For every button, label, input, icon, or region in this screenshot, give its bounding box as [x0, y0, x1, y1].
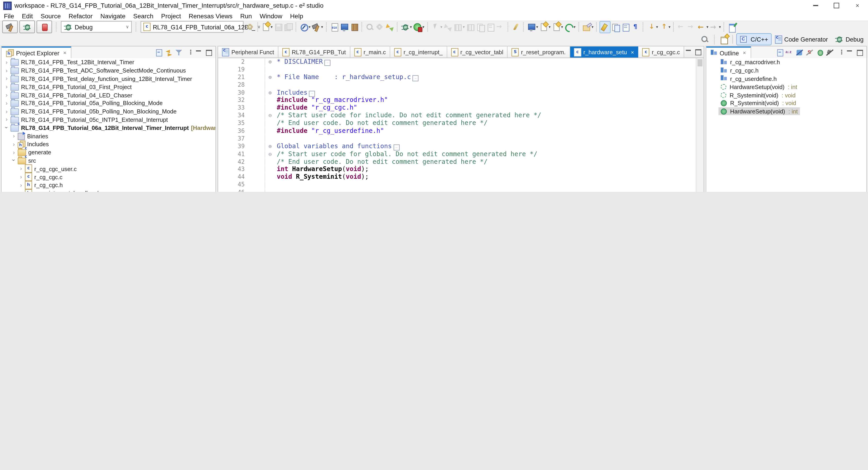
previous-annotation-button[interactable] — [677, 21, 686, 32]
save-all-button[interactable] — [283, 21, 293, 32]
debug-config-combo[interactable]: Debug∨ — [61, 21, 131, 33]
line-number[interactable]: 35 — [221, 120, 248, 127]
tab-outline[interactable]: Outline× — [706, 46, 751, 58]
expander-icon[interactable]: › — [3, 84, 10, 90]
step-over-button[interactable]: ▾ — [453, 21, 465, 32]
filter-icon[interactable] — [174, 48, 184, 57]
code-editor[interactable]: 2⊕* DISCLAIMER..1921⊕* File Name : r_har… — [218, 58, 704, 192]
code-line-41[interactable]: 41⊖/* Start user code for global. Do not… — [218, 150, 704, 158]
generate-binary-button[interactable] — [329, 21, 339, 32]
expander-icon[interactable]: › — [11, 141, 17, 147]
code-line-21[interactable]: 21⊕* File Name : r_hardware_setup.c.. — [218, 73, 704, 81]
code-line-42[interactable]: 42/* End user code. Do not edit comment … — [218, 158, 704, 166]
sort-icon[interactable] — [785, 48, 795, 57]
folded-region-icon[interactable]: .. — [393, 145, 399, 151]
perspective-code-generator[interactable]: Code Generator — [772, 33, 831, 45]
link-editor-docs-button[interactable] — [611, 21, 621, 32]
tree-item-r-cg-cgc-h[interactable]: ›hr_cg_cgc.h — [2, 181, 215, 189]
expander-icon[interactable]: › — [3, 67, 10, 73]
line-number[interactable]: 33 — [221, 104, 248, 112]
new-header-button[interactable]: ▾ — [539, 21, 551, 32]
line-number[interactable]: 37 — [221, 135, 248, 143]
code-line-34[interactable]: 34⊖/* Start user code for include. Do no… — [218, 112, 704, 120]
close-icon[interactable]: × — [63, 50, 66, 56]
tree-item-rl78-g14-fpb-test-12bit-interval-timer[interactable]: ›RL78_G14_FPB_Test_12Bit_Interval_Timer — [2, 58, 215, 66]
line-number[interactable]: 42 — [221, 158, 248, 166]
toggle-highlight-button[interactable] — [600, 21, 611, 33]
fold-expand-icon[interactable]: ⊕ — [265, 73, 275, 81]
editor-vscrollbar[interactable]: ∨ — [696, 58, 704, 192]
close-icon[interactable]: × — [743, 50, 746, 56]
skip-breakpoints-button[interactable]: ▾ — [299, 21, 311, 32]
menu-refactor[interactable]: Refactor — [65, 12, 96, 19]
external-tools-button[interactable] — [375, 21, 384, 32]
fold-expand-icon[interactable]: ⊕ — [265, 58, 275, 66]
editor-tab-r-main-c[interactable]: cr_main.c — [350, 46, 390, 58]
show-whitespace-button[interactable] — [631, 21, 641, 32]
code-line-43[interactable]: 43int HardwareSetup(void); — [218, 166, 704, 173]
minimize-view-icon[interactable] — [845, 48, 855, 57]
line-number[interactable]: 46 — [221, 189, 248, 192]
menu-project[interactable]: Project — [157, 12, 185, 19]
tree-item-generate[interactable]: ›generate — [2, 148, 215, 156]
step-filter-button[interactable] — [443, 21, 453, 32]
line-number[interactable]: 44 — [221, 173, 248, 181]
word-wrap-button[interactable] — [510, 21, 521, 32]
open-resource-button[interactable]: ▾ — [582, 21, 594, 32]
code-line-36[interactable]: 36#include "r_cg_userdefine.h" — [218, 127, 704, 135]
expander-icon[interactable]: › — [18, 190, 24, 192]
line-number[interactable]: 21 — [221, 73, 248, 81]
collapse-all-icon[interactable] — [154, 48, 164, 57]
build-all-button[interactable]: ▾ — [311, 21, 323, 32]
line-number[interactable]: 39 — [221, 143, 248, 150]
tree-item-binaries[interactable]: ›Binaries — [2, 132, 215, 140]
debug-button[interactable] — [20, 21, 35, 33]
tree-item-includes[interactable]: ›Includes — [2, 140, 215, 148]
line-number[interactable]: 43 — [221, 166, 248, 173]
close-window-button[interactable]: × — [847, 0, 868, 11]
new-c-source-button[interactable]: ▾ — [526, 21, 539, 32]
back-history-button[interactable]: ▾ — [696, 21, 709, 32]
code-line-39[interactable]: 39⊕Global variables and functions.. — [218, 143, 704, 150]
hide-static-members-icon[interactable] — [805, 48, 815, 57]
save-button[interactable] — [273, 21, 283, 32]
fold-collapse-icon[interactable]: ⊖ — [265, 112, 275, 120]
new-c-file-button[interactable]: ▾ — [551, 21, 563, 32]
code-line-35[interactable]: 35/* End user code. Do not edit comment … — [218, 120, 704, 127]
minimize-window-button[interactable] — [805, 0, 826, 11]
tree-item-rl78-g14-fpb-test-adc-software-selectmod[interactable]: ›RL78_G14_FPB_Test_ADC_Software_SelectMo… — [2, 66, 215, 74]
outline-item-hardwaresetup-void[interactable]: HardwareSetup(void) : int — [706, 107, 866, 116]
editor-tab-r-hardware-setu[interactable]: cr_hardware_setu× — [570, 46, 639, 58]
open-type-button[interactable] — [365, 21, 375, 32]
maximize-view-icon[interactable] — [855, 48, 865, 57]
build-button[interactable] — [2, 21, 18, 33]
menu-window[interactable]: Window — [256, 12, 286, 19]
code-line-37[interactable]: 37 — [218, 135, 704, 143]
fold-expand-icon[interactable]: ⊕ — [265, 143, 275, 150]
line-number[interactable]: 28 — [221, 81, 248, 89]
expander-icon[interactable]: › — [3, 59, 10, 65]
editor-tab-r-cg-cgc-c[interactable]: cr_cg_cgc.c — [639, 46, 684, 58]
debug-dropdown-button[interactable]: ▾ — [400, 21, 412, 32]
tree-item-r-cg-interrupt-handlers-h[interactable]: ›hr_cg_interrupt_handlers.h — [2, 189, 215, 192]
minimize-view-icon[interactable] — [684, 48, 694, 57]
tree-item-rl78-g14-fpb-tutorial-06a-12bit-interval[interactable]: ›RL78_G14_FPB_Tutorial_06a_12Bit_Interva… — [2, 124, 215, 132]
line-number[interactable]: 19 — [221, 66, 248, 73]
tree-item-src[interactable]: ›src — [2, 156, 215, 164]
perspective-debug[interactable]: Debug — [831, 33, 867, 45]
fold-collapse-icon[interactable]: ⊖ — [265, 150, 275, 158]
expander-icon[interactable]: › — [18, 174, 24, 180]
menu-edit[interactable]: Edit — [18, 12, 37, 19]
outline-item-r-systeminit-void[interactable]: R_Systeminit(void) : void — [706, 99, 866, 107]
collapse-all-icon[interactable] — [776, 48, 785, 57]
code-line-32[interactable]: 32#include "r_cg_macrodriver.h" — [218, 96, 704, 104]
menu-file[interactable]: File — [0, 12, 18, 19]
expander-icon[interactable]: › — [18, 166, 24, 172]
code-line-19[interactable]: 19 — [218, 66, 704, 73]
expander-icon[interactable]: › — [3, 116, 10, 123]
editor-tab-r-reset-program[interactable]: Sr_reset_program. — [508, 46, 570, 58]
hide-non-public-icon[interactable] — [815, 48, 825, 57]
code-line-2[interactable]: 2⊕* DISCLAIMER.. — [218, 58, 704, 66]
expander-icon[interactable]: › — [11, 133, 17, 139]
minimize-view-icon[interactable] — [194, 48, 204, 57]
